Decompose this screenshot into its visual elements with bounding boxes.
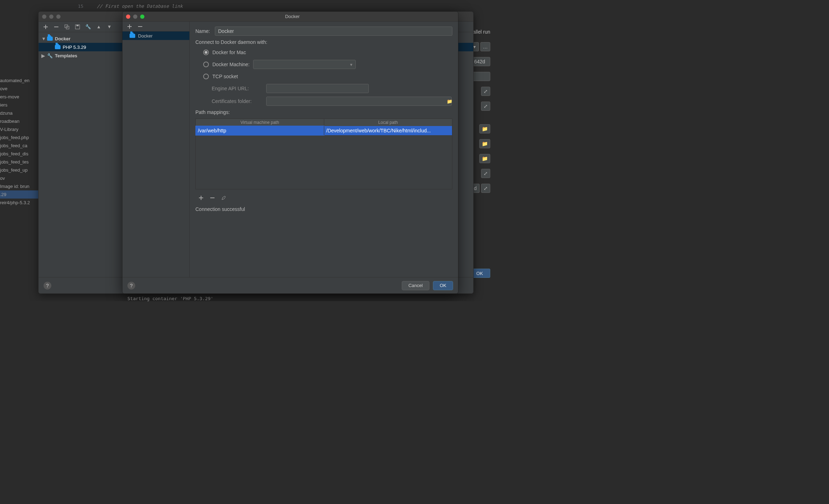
- list-item[interactable]: jobs_feed_ca: [0, 142, 38, 150]
- docker-icon: [55, 45, 61, 49]
- radio-docker-machine[interactable]: Docker Machine: ▾: [203, 60, 452, 69]
- add-icon[interactable]: [43, 24, 48, 30]
- tree-item-label: Templates: [55, 53, 77, 58]
- dialog-footer: ? Cancel OK: [122, 277, 458, 293]
- list-item[interactable]: reir4/php-5.3.2: [0, 199, 38, 207]
- cell-vm-path[interactable]: /var/web/http: [196, 126, 324, 135]
- list-item[interactable]: V-Library: [0, 125, 38, 133]
- tree-item-label: PHP 5.3.29: [63, 45, 86, 50]
- wrench-icon: 🔧: [47, 53, 53, 58]
- window-close-icon[interactable]: [42, 15, 46, 19]
- certs-folder-input[interactable]: [266, 97, 452, 106]
- folder-icon[interactable]: 📁: [479, 124, 490, 133]
- radio-docker-for-mac[interactable]: Docker for Mac: [203, 48, 452, 56]
- radio-icon: [203, 50, 209, 55]
- list-item[interactable]: dzuna: [0, 109, 38, 117]
- window-title: Docker: [127, 14, 458, 19]
- console-status-line: Starting container 'PHP 5.3.29': [127, 296, 213, 301]
- tree-item-label: Docker: [55, 36, 70, 41]
- expand-icon[interactable]: ⤢: [481, 169, 490, 178]
- code-comment: // First open the Database link: [97, 4, 183, 9]
- edit-icon[interactable]: [221, 195, 227, 201]
- window-titlebar: Docker: [122, 12, 458, 22]
- chevron-right-icon: ▶: [41, 53, 45, 58]
- expand-icon[interactable]: ⤢: [481, 102, 490, 111]
- cancel-button[interactable]: Cancel: [402, 281, 429, 290]
- list-item[interactable]: iers: [0, 101, 38, 109]
- list-item-label: Docker: [138, 33, 153, 39]
- radio-label: Docker for Mac: [212, 50, 246, 55]
- list-item[interactable]: roadbean: [0, 117, 38, 125]
- path-mappings-table: Virtual machine path Local path /var/web…: [195, 119, 452, 189]
- add-icon[interactable]: [127, 24, 132, 29]
- ok-button[interactable]: OK: [433, 281, 453, 290]
- connection-status: Connection successful: [195, 206, 452, 212]
- window-maximize-icon[interactable]: [56, 15, 61, 19]
- editor-code-line: 15 // First open the Database link: [78, 0, 490, 11]
- folder-icon[interactable]: 📁: [479, 139, 490, 148]
- list-item[interactable]: jobs_feed_tes: [0, 158, 38, 166]
- dialog-sidebar: Docker: [122, 22, 190, 277]
- expand-icon[interactable]: ⤢: [481, 87, 490, 96]
- engine-url-input[interactable]: [266, 84, 369, 93]
- engine-url-label: Engine API URL:: [212, 86, 261, 91]
- chevron-down-icon: ▼: [41, 36, 45, 41]
- name-input[interactable]: [215, 27, 452, 36]
- add-icon[interactable]: [198, 195, 204, 201]
- help-icon[interactable]: ?: [127, 282, 135, 290]
- docker-machine-select[interactable]: ▾: [253, 60, 356, 69]
- list-item[interactable]: Image id: brun: [0, 182, 38, 190]
- table-row[interactable]: /var/web/http /Development/web/work/TBC/…: [196, 126, 452, 135]
- window-minimize-icon[interactable]: [49, 15, 53, 19]
- path-table-toolbar: [195, 193, 452, 203]
- list-item[interactable]: jobs_feed_dis: [0, 150, 38, 158]
- folder-icon[interactable]: 📁: [479, 154, 490, 163]
- up-icon[interactable]: ▲: [96, 24, 102, 30]
- remove-icon[interactable]: [53, 24, 59, 30]
- daemon-radio-group: Docker for Mac Docker Machine: ▾ TCP soc…: [195, 48, 452, 80]
- certs-folder-label: Certificates folder:: [212, 98, 261, 104]
- wrench-icon[interactable]: 🔧: [85, 24, 91, 30]
- radio-icon: [203, 62, 209, 67]
- list-item[interactable]: ers-move: [0, 93, 38, 101]
- copy-icon[interactable]: [64, 24, 70, 30]
- folder-browse-icon[interactable]: 📁: [447, 98, 452, 104]
- help-icon[interactable]: ?: [44, 282, 51, 290]
- list-item[interactable]: jobs_feed.php: [0, 133, 38, 142]
- down-icon[interactable]: ▼: [107, 24, 112, 30]
- remove-icon[interactable]: [137, 24, 143, 29]
- list-item[interactable]: ove: [0, 85, 38, 93]
- path-mappings-label: Path mappings:: [195, 109, 452, 115]
- radio-label: Docker Machine:: [212, 62, 250, 67]
- list-item[interactable]: jobs_feed_up: [0, 166, 38, 174]
- name-label: Name:: [195, 28, 210, 34]
- radio-icon: [203, 74, 209, 79]
- docker-server-list: Docker: [122, 31, 189, 40]
- dialog-form: Name: Connect to Docker daemon with: Doc…: [190, 22, 458, 277]
- column-header-local[interactable]: Local path: [324, 119, 452, 126]
- connect-section-label: Connect to Docker daemon with:: [195, 39, 452, 45]
- radio-label: TCP socket: [212, 74, 238, 79]
- radio-tcp-socket[interactable]: TCP socket: [203, 73, 452, 80]
- docker-icon: [47, 36, 53, 41]
- list-item[interactable]: ov: [0, 174, 38, 182]
- cell-local-path[interactable]: /Development/web/work/TBC/Nike/html/incl…: [324, 126, 452, 135]
- line-number: 15: [78, 4, 94, 9]
- list-item[interactable]: .29: [0, 190, 38, 199]
- save-icon[interactable]: [75, 24, 80, 30]
- remove-icon[interactable]: [210, 195, 215, 201]
- more-button[interactable]: …: [480, 42, 490, 51]
- list-item[interactable]: automated_en: [0, 76, 38, 85]
- project-tree-partial: automated_enoveers-moveiersdzunaroadbean…: [0, 76, 38, 207]
- column-header-vm[interactable]: Virtual machine path: [196, 119, 324, 126]
- list-item[interactable]: Docker: [122, 31, 189, 40]
- svg-rect-3: [76, 25, 79, 26]
- expand-icon[interactable]: ⤢: [481, 184, 490, 193]
- docker-icon: [130, 34, 135, 38]
- docker-dialog: Docker Docker Name: Connect to Docker da…: [122, 11, 458, 294]
